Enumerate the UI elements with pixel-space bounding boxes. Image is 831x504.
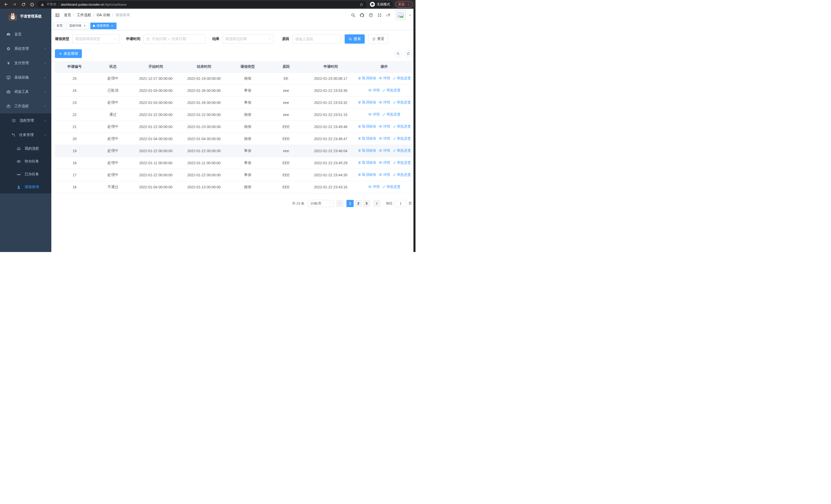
page-button-2[interactable]: 2 [355,200,362,207]
sidebar-item-done-task[interactable]: 已办任务 [0,168,51,181]
next-page-button[interactable] [373,200,380,207]
refresh-icon [372,37,376,41]
security-label[interactable]: 不安全 [47,2,56,7]
close-icon[interactable]: × [110,24,114,28]
search-button[interactable]: 搜索 [345,34,365,43]
browser-home-icon[interactable] [29,1,35,8]
apply-time-range-picker[interactable]: 开始日期 - 结束日期 [143,34,206,43]
progress-action-link[interactable]: 审批进度 [393,124,411,129]
cancel-action-link[interactable]: 取消请假 [358,124,376,129]
sidebar-item-my-process[interactable]: 我的流程 [0,142,51,155]
progress-action-link[interactable]: 审批进度 [393,160,411,165]
detail-action-link[interactable]: 详情 [378,136,390,141]
result-select[interactable]: 请选择流结果 [223,34,274,43]
sidebar-item-task-mgmt[interactable]: 任务管理 [0,128,51,142]
search-icon[interactable] [351,13,355,18]
browser-menu-dots-icon[interactable] [407,3,410,6]
page-button-3[interactable]: 3 [363,200,370,207]
sidebar-item-infra[interactable]: 基础设施 [0,70,51,85]
cell-id: 24 [55,84,94,96]
progress-action-link[interactable]: 审批进度 [393,136,411,141]
sidebar-item-payment[interactable]: ¥支付管理 [0,56,51,70]
breadcrumb-item[interactable]: OA 示例 [97,13,110,18]
progress-action-link[interactable]: 审批进度 [382,88,400,93]
breadcrumb-item[interactable]: 首页 [64,13,71,18]
table-row: 23处理中2022-01-03 00:00:002022-01-26 00:00… [55,96,412,109]
eye-action-icon [378,100,382,104]
breadcrumb-item[interactable]: 工作流程 [77,13,91,18]
cancel-action-link[interactable]: 取消请假 [358,160,376,165]
action-label: 详情 [383,160,390,165]
progress-action-link[interactable]: 审批进度 [382,184,400,189]
detail-action-link[interactable]: 详情 [368,88,379,93]
sidebar-item-todo-task[interactable]: 待办任务 [0,155,51,168]
cancel-action-link[interactable]: 取消请假 [358,136,376,141]
cancel-action-link[interactable]: 取消请假 [358,148,376,153]
progress-action-link[interactable]: 审批进度 [393,100,411,105]
sidebar-item-system[interactable]: 系统管理 [0,41,51,56]
cell-end_time: 2022-01-04 00:00:00 [180,133,228,145]
progress-action-link[interactable]: 审批进度 [393,148,411,153]
browser-forward-icon[interactable] [11,1,18,8]
github-icon[interactable] [360,13,365,18]
refresh-table-button[interactable] [405,50,412,57]
reason-input[interactable] [295,37,338,41]
cell-id: 19 [55,145,94,157]
toggle-search-button[interactable] [395,50,402,57]
help-icon[interactable] [369,13,373,18]
address-divider [58,3,59,6]
address-bar[interactable]: 不安全 dashboard.yudao.iocoder.cn/bpm/oa/le… [37,1,367,8]
sidebar-collapse-icon[interactable] [55,13,60,18]
app-logo[interactable]: 芋道管理系统 [0,9,51,24]
sidebar-item-home[interactable]: 首页 [0,27,51,41]
sidebar-item-workflow[interactable]: 工作流程 [0,99,51,113]
browser-update-button[interactable]: 更新 [395,1,413,8]
browser-scrollbar[interactable] [413,9,416,252]
table-row: 19处理中2022-01-22 00:00:002022-01-22 00:00… [55,145,412,157]
prev-page-button[interactable] [336,200,343,207]
table-row: 17处理中2022-01-22 00:00:002022-01-22 00:00… [55,169,412,181]
detail-action-link[interactable]: 详情 [378,148,390,153]
avatar[interactable] [396,10,405,20]
detail-action-link[interactable]: 详情 [378,173,390,177]
cell-actions: 取消请假详情审批进度 [356,96,412,109]
tab-首页[interactable]: 首页 [54,23,65,29]
sidebar-item-label: 已办任务 [25,172,39,177]
browser-reload-icon[interactable] [20,1,27,8]
detail-action-link[interactable]: 详情 [378,100,390,105]
detail-action-link[interactable]: 详情 [368,112,379,117]
page-button-1[interactable]: 1 [346,200,354,207]
cancel-action-link[interactable]: 取消请假 [358,173,376,177]
reason-input-wrap [292,34,341,43]
progress-action-link[interactable]: 审批进度 [382,112,400,117]
page-size-select[interactable]: 10条/页 [308,200,334,207]
progress-action-link[interactable]: 审批进度 [393,173,411,177]
detail-action-link[interactable]: 详情 [378,76,390,81]
reset-button[interactable]: 重置 [368,34,388,43]
detail-action-link[interactable]: 详情 [378,124,390,129]
create-leave-button[interactable]: 发起请假 [55,49,82,58]
tab-流程详情[interactable]: 流程详情× [66,23,89,29]
cell-apply_time: 2022-01-22 23:43:16 [305,181,357,193]
leave-type-select[interactable]: 请选择请假类型 [73,34,119,43]
chevron-down-icon[interactable] [408,14,411,17]
tab-请假查询[interactable]: 请假查询× [90,23,116,29]
sidebar-item-leave-query[interactable]: 请假查询 [0,181,51,194]
cell-status: 处理中 [94,157,132,169]
font-size-icon[interactable]: TT [386,13,392,18]
cancel-action-link[interactable]: 取消请假 [358,100,376,105]
sidebar-item-process-mgmt[interactable]: 流程管理 [0,113,51,128]
incognito-icon [370,2,375,7]
goto-page-input[interactable] [395,200,406,207]
robot-icon [17,146,21,151]
cancel-action-link[interactable]: 取消请假 [358,76,376,81]
progress-action-link[interactable]: 审批进度 [393,76,411,81]
browser-back-icon[interactable] [3,1,9,8]
detail-action-link[interactable]: 详情 [368,184,379,189]
sidebar-item-devtools[interactable]: 研发工具 [0,85,51,99]
bookmark-star-icon[interactable] [359,2,364,7]
close-icon[interactable]: × [83,24,86,28]
detail-action-link[interactable]: 详情 [378,160,390,165]
fullscreen-icon[interactable] [377,13,382,18]
cell-apply_time: 2022-01-22 23:46:04 [305,145,357,157]
